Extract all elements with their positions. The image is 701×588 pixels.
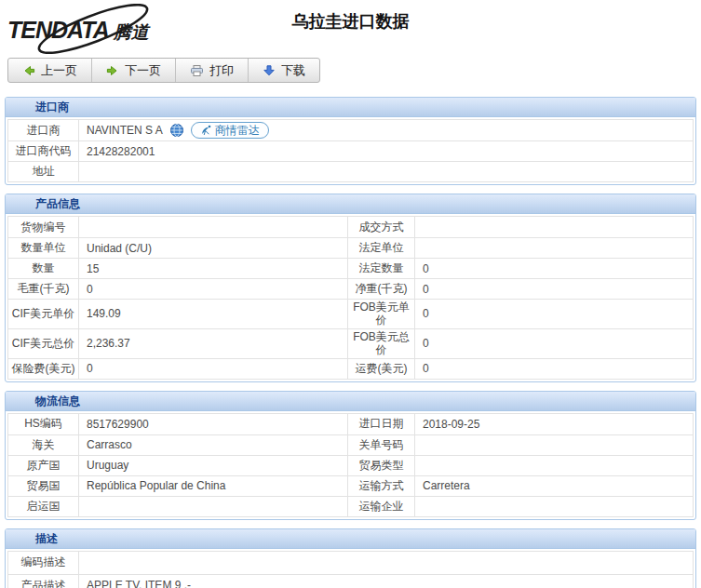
arrow-right-icon [106,64,119,77]
cif-unit-price-value: 149.09 [79,300,348,328]
cif-total-price-label: CIF美元总价 [8,329,79,358]
print-label: 打印 [209,64,234,76]
toolbar: 上一页 下一页 打印 下载 [7,58,320,83]
download-label: 下载 [281,64,305,76]
logistics-section: 物流信息 HS编码 8517629900 进口日期 2018-09-25 海关 … [5,391,696,520]
globe-icon[interactable] [169,123,184,138]
cif-unit-price-label: CIF美元单价 [8,300,79,328]
declaration-number-label: 关单号码 [348,435,415,455]
table-row: 编码描述 [8,552,693,574]
importer-code-label: 进口商代码 [8,141,79,161]
freight-fee-label: 运费(美元) [348,359,415,379]
print-button[interactable]: 打印 [176,59,249,82]
table-row: 进口商代码 21428282001 [8,140,693,161]
quantity-unit-value: Unidad (C/U) [79,238,348,258]
freight-fee-value: 0 [415,359,693,379]
table-row: 启运国 运输企业 [8,496,693,516]
trade-type-label: 贸易类型 [348,456,415,475]
page: TENDATA腾道 乌拉圭进口数据 上一页 下一页 [0,0,701,588]
trade-type-value [415,456,693,475]
next-page-button[interactable]: 下一页 [92,59,176,82]
page-title: 乌拉圭进口数据 [5,10,696,33]
printer-icon [190,64,204,77]
logistics-section-header: 物流信息 [6,392,695,411]
download-button[interactable]: 下载 [249,59,319,82]
table-row: 货物编号 成交方式 [8,217,693,237]
customs-label: 海关 [8,435,79,455]
table-row: 毛重(千克) 0 净重(千克) 0 [8,278,693,299]
departure-country-value [79,497,348,516]
cif-total-price-value: 2,236.37 [79,329,348,358]
code-description-label: 编码描述 [8,552,79,574]
product-description-value: APPLE TV. ITEM 9 .- [79,575,693,588]
legal-quantity-value: 0 [415,259,693,278]
hs-code-value: 8517629900 [79,414,348,434]
table-row: 原产国 Uruguay 贸易类型 [8,455,693,475]
origin-country-value: Uruguay [79,456,348,475]
transport-company-value [415,497,693,516]
customs-value: Carrasco [79,435,348,455]
net-weight-value: 0 [415,279,693,299]
transport-company-label: 运输企业 [348,497,415,516]
radar-dish-icon [200,125,211,136]
cargo-number-label: 货物编号 [8,217,79,237]
insurance-fee-label: 保险费(美元) [8,359,79,379]
fob-total-price-value: 0 [415,329,693,358]
masthead: TENDATA腾道 乌拉圭进口数据 [5,4,696,52]
table-row: 贸易国 República Popular de China 运输方式 Carr… [8,475,693,496]
fob-total-price-label: FOB美元总价 [348,329,415,358]
product-section: 产品信息 货物编号 成交方式 数量单位 Unidad (C/U) 法定单位 数量 [5,194,696,382]
table-row: 进口商 NAVINTEN S A [8,120,693,140]
gross-weight-label: 毛重(千克) [8,279,79,299]
importer-section: 进口商 进口商 NAVINTEN S A [5,97,696,185]
table-row: 地址 [8,161,693,181]
insurance-fee-value: 0 [79,359,348,379]
legal-quantity-label: 法定数量 [348,259,415,278]
table-row: CIF美元单价 149.09 FOB美元单价 0 [8,299,693,328]
gross-weight-value: 0 [79,279,348,299]
deal-method-label: 成交方式 [348,217,415,237]
product-description-label: 产品描述 [8,575,79,588]
prev-page-label: 上一页 [41,64,77,76]
transport-method-label: 运输方式 [348,476,415,496]
deal-method-value [415,217,693,237]
importer-name-value: NAVINTEN S A [87,124,163,137]
importer-name-label: 进口商 [8,120,79,140]
legal-unit-value [415,238,693,258]
fob-unit-price-value: 0 [415,300,693,328]
address-value [79,162,693,181]
hs-code-label: HS编码 [8,414,79,434]
description-section-header: 描述 [6,529,695,549]
table-row: 数量 15 法定数量 0 [8,258,693,278]
arrow-down-icon [263,64,276,77]
origin-country-label: 原产国 [8,456,79,475]
description-section: 描述 编码描述 产品描述 APPLE TV. ITEM 9 .- [5,528,696,588]
arrow-left-icon [22,64,35,77]
declaration-number-value [415,435,693,455]
trade-country-label: 贸易国 [8,476,79,496]
importer-code-value: 21428282001 [79,141,693,161]
table-row: HS编码 8517629900 进口日期 2018-09-25 [8,414,693,434]
import-date-value: 2018-09-25 [415,414,693,434]
net-weight-label: 净重(千克) [348,279,415,299]
product-section-header: 产品信息 [6,194,695,214]
table-row: 海关 Carrasco 关单号码 [8,434,693,455]
business-radar-label: 商情雷达 [215,123,260,139]
legal-unit-label: 法定单位 [348,238,415,258]
business-radar-badge[interactable]: 商情雷达 [191,122,269,139]
table-row: 数量单位 Unidad (C/U) 法定单位 [8,237,693,258]
cargo-number-value [79,217,348,237]
departure-country-label: 启运国 [8,497,79,516]
table-row: 保险费(美元) 0 运费(美元) 0 [8,358,693,379]
fob-unit-price-label: FOB美元单价 [348,300,415,328]
prev-page-button[interactable]: 上一页 [8,59,92,82]
transport-method-value: Carretera [415,476,693,496]
table-row: 产品描述 APPLE TV. ITEM 9 .- [8,574,693,588]
trade-country-value: República Popular de China [79,476,348,496]
quantity-unit-label: 数量单位 [8,238,79,258]
importer-section-header: 进口商 [6,98,695,117]
address-label: 地址 [8,162,79,181]
table-row: CIF美元总价 2,236.37 FOB美元总价 0 [8,328,693,358]
import-date-label: 进口日期 [348,414,415,434]
quantity-label: 数量 [8,259,79,278]
